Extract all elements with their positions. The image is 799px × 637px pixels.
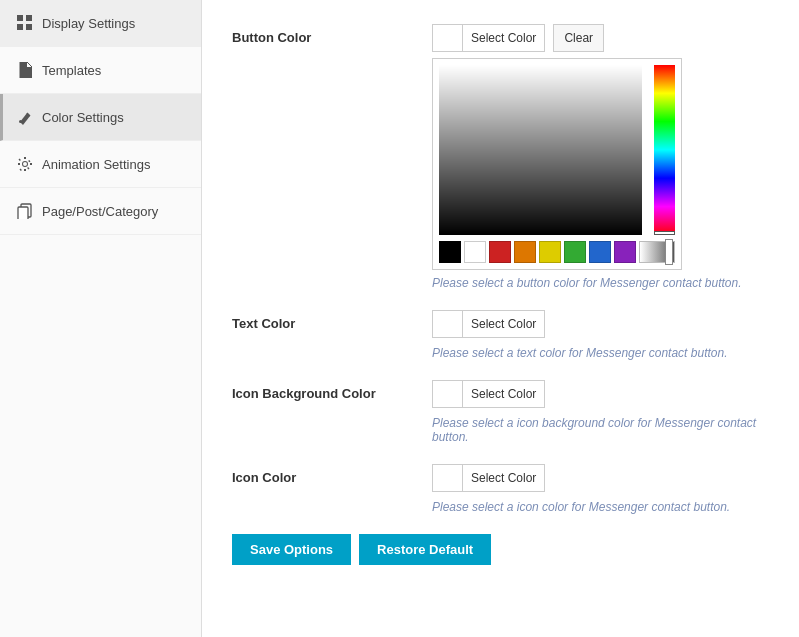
icon-bg-color-control: Select Color Please select a icon backgr… <box>432 380 769 444</box>
icon-bg-color-hint: Please select a icon background color fo… <box>432 416 769 444</box>
sidebar-item-templates-label: Templates <box>42 63 101 78</box>
text-color-swatch <box>433 311 463 337</box>
button-color-label: Button Color <box>232 24 432 45</box>
svg-rect-10 <box>18 207 28 219</box>
icon-bg-color-swatch <box>433 381 463 407</box>
icon-bg-color-label: Icon Background Color <box>232 380 432 401</box>
swatch-purple[interactable] <box>614 241 636 263</box>
brush-icon <box>16 108 34 126</box>
icon-bg-color-select[interactable]: Select Color <box>432 380 545 408</box>
swatch-black[interactable] <box>439 241 461 263</box>
button-color-swatch <box>433 25 463 51</box>
sidebar-item-animation-settings-label: Animation Settings <box>42 157 150 172</box>
svg-rect-1 <box>26 15 32 21</box>
sidebar-item-color-settings[interactable]: Color Settings <box>0 94 201 141</box>
icon-color-row: Icon Color Select Color Please select a … <box>232 464 769 514</box>
grid-icon <box>16 14 34 32</box>
icon-bg-color-select-label: Select Color <box>463 387 544 401</box>
main-content: Button Color Select Color Clear <box>202 0 799 637</box>
actions-row: Save Options Restore Default <box>232 534 769 565</box>
color-swatches-row <box>439 241 675 263</box>
sidebar-item-display-settings[interactable]: Display Settings <box>0 0 201 47</box>
color-gradient[interactable] <box>439 65 642 235</box>
button-color-clear[interactable]: Clear <box>553 24 604 52</box>
svg-rect-4 <box>22 69 28 70</box>
icon-color-control: Select Color Please select a icon color … <box>432 464 769 514</box>
button-color-hint: Please select a button color for Messeng… <box>432 276 769 290</box>
button-color-row: Button Color Select Color Clear <box>232 24 769 290</box>
sidebar-item-display-settings-label: Display Settings <box>42 16 135 31</box>
file-icon <box>16 61 34 79</box>
sidebar-item-page-post-category-label: Page/Post/Category <box>42 204 158 219</box>
icon-color-select-label: Select Color <box>463 471 544 485</box>
save-options-button[interactable]: Save Options <box>232 534 351 565</box>
icon-bg-color-row: Icon Background Color Select Color Pleas… <box>232 380 769 444</box>
svg-rect-0 <box>17 15 23 21</box>
swatch-blue[interactable] <box>589 241 611 263</box>
text-color-control: Select Color Please select a text color … <box>432 310 769 360</box>
sidebar-item-animation-settings[interactable]: Animation Settings <box>0 141 201 188</box>
button-color-control: Select Color Clear <box>432 24 769 290</box>
svg-rect-3 <box>26 24 32 30</box>
icon-color-label: Icon Color <box>232 464 432 485</box>
icon-color-hint: Please select a icon color for Messenger… <box>432 500 769 514</box>
sidebar-item-color-settings-label: Color Settings <box>42 110 124 125</box>
swatch-yellow[interactable] <box>539 241 561 263</box>
hue-handle <box>654 231 675 235</box>
text-color-label: Text Color <box>232 310 432 331</box>
sidebar-item-templates[interactable]: Templates <box>0 47 201 94</box>
swatch-green[interactable] <box>564 241 586 263</box>
gear-icon <box>16 155 34 173</box>
svg-point-8 <box>19 120 22 123</box>
svg-rect-5 <box>22 71 28 72</box>
button-color-select[interactable]: Select Color <box>432 24 545 52</box>
svg-rect-6 <box>22 73 26 74</box>
sidebar: Display Settings Templates Color Setting… <box>0 0 202 637</box>
opacity-handle <box>665 239 673 265</box>
restore-default-button[interactable]: Restore Default <box>359 534 491 565</box>
text-color-select[interactable]: Select Color <box>432 310 545 338</box>
text-color-hint: Please select a text color for Messenger… <box>432 346 769 360</box>
swatch-red[interactable] <box>489 241 511 263</box>
color-hue-bar[interactable] <box>654 65 675 235</box>
text-color-row: Text Color Select Color Please select a … <box>232 310 769 360</box>
sidebar-item-page-post-category[interactable]: Page/Post/Category <box>0 188 201 235</box>
opacity-bar[interactable] <box>639 241 675 263</box>
text-color-select-label: Select Color <box>463 317 544 331</box>
icon-color-swatch <box>433 465 463 491</box>
swatch-orange[interactable] <box>514 241 536 263</box>
swatch-white[interactable] <box>464 241 486 263</box>
svg-rect-2 <box>17 24 23 30</box>
copy-icon <box>16 202 34 220</box>
icon-color-select[interactable]: Select Color <box>432 464 545 492</box>
button-color-select-label: Select Color <box>463 31 544 45</box>
color-picker-panel <box>432 58 682 270</box>
